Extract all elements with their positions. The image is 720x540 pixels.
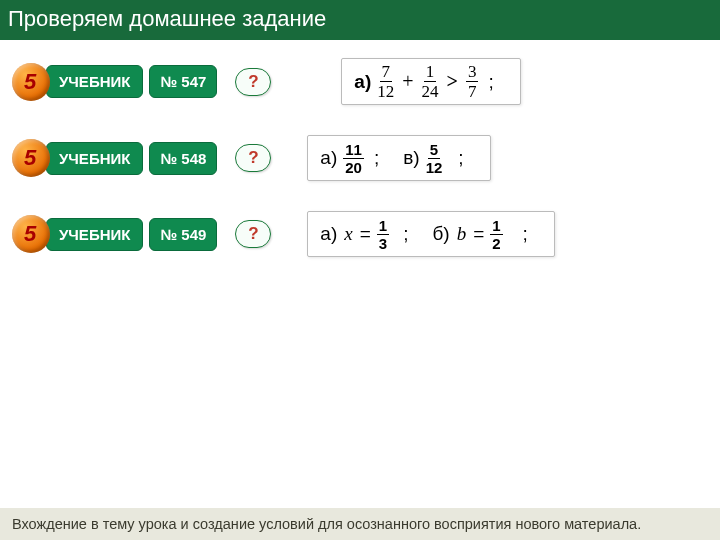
- task-number-chip: № 549: [149, 218, 217, 251]
- task-number-chip: № 547: [149, 65, 217, 98]
- task-number-chip: № 548: [149, 142, 217, 175]
- fraction: 12: [490, 218, 502, 251]
- answer-box: а) 712 + 124 > 37 ;: [341, 58, 520, 105]
- part-label: а): [320, 147, 337, 169]
- page-title: Проверяем домашнее задание: [0, 0, 720, 40]
- task-row: УЧЕБНИК № 549 ? а) x = 13 ; б) b = 12 ;: [12, 211, 720, 257]
- fraction: 712: [377, 63, 394, 100]
- part-label: а): [320, 223, 337, 245]
- plus-sign: +: [402, 70, 413, 93]
- textbook-chip: УЧЕБНИК: [46, 65, 143, 98]
- medal-icon: [12, 139, 50, 177]
- task-row: УЧЕБНИК № 548 ? а) 1120 ; в) 512 ;: [12, 135, 720, 181]
- textbook-chip: УЧЕБНИК: [46, 142, 143, 175]
- semicolon: ;: [458, 147, 463, 169]
- fraction: 37: [466, 63, 479, 100]
- semicolon: ;: [374, 147, 379, 169]
- task-row: УЧЕБНИК № 547 ? а) 712 + 124 > 37 ;: [12, 58, 720, 105]
- answer-box: а) x = 13 ; б) b = 12 ;: [307, 211, 555, 257]
- hint-button[interactable]: ?: [235, 68, 271, 96]
- fraction: 512: [426, 142, 443, 175]
- hint-button[interactable]: ?: [235, 220, 271, 248]
- semicolon: ;: [523, 223, 528, 245]
- answer-box: а) 1120 ; в) 512 ;: [307, 135, 490, 181]
- textbook-chip: УЧЕБНИК: [46, 218, 143, 251]
- medal-icon: [12, 215, 50, 253]
- fraction: 1120: [343, 142, 364, 175]
- footer-text: Вхождение в тему урока и создание услови…: [0, 508, 720, 540]
- equals-sign: =: [360, 223, 371, 245]
- variable: b: [457, 223, 467, 245]
- part-label: в): [403, 147, 419, 169]
- medal-icon: [12, 63, 50, 101]
- hint-button[interactable]: ?: [235, 144, 271, 172]
- equals-sign: =: [473, 223, 484, 245]
- semicolon: ;: [403, 223, 408, 245]
- fraction: 124: [422, 63, 439, 100]
- part-label: б): [432, 223, 449, 245]
- compare-sign: >: [447, 70, 458, 93]
- fraction: 13: [377, 218, 389, 251]
- variable: x: [344, 223, 352, 245]
- part-label: а): [354, 71, 371, 93]
- semicolon: ;: [488, 71, 493, 93]
